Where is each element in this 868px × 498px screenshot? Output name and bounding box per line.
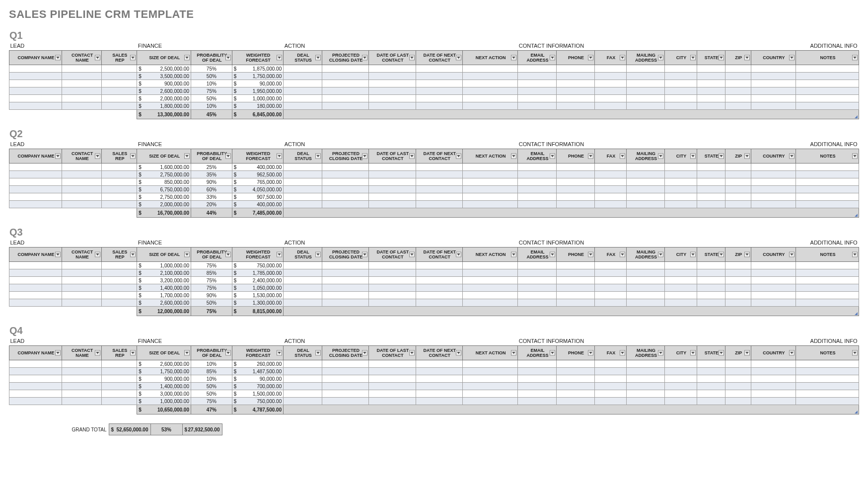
cell-probability[interactable]: 10%: [191, 360, 232, 368]
cell-empty[interactable]: [697, 277, 725, 284]
cell-empty[interactable]: [462, 164, 517, 171]
cell-empty[interactable]: [725, 292, 751, 299]
col-header[interactable]: NEXT ACTION: [462, 51, 517, 65]
cell-empty[interactable]: [751, 171, 796, 178]
col-header[interactable]: DATE OF LAST CONTACT: [369, 248, 416, 262]
col-header[interactable]: WEIGHTED FORECAST: [232, 51, 283, 65]
cell-empty[interactable]: [725, 95, 751, 102]
cell-empty[interactable]: [9, 375, 62, 383]
cell-empty[interactable]: [462, 292, 517, 299]
cell-empty[interactable]: [796, 193, 859, 201]
cell-empty[interactable]: [62, 87, 102, 95]
cell-empty[interactable]: [697, 193, 725, 201]
cell-empty[interactable]: [595, 80, 626, 87]
filter-dropdown-icon[interactable]: [658, 350, 663, 356]
filter-dropdown-icon[interactable]: [362, 252, 367, 257]
col-header[interactable]: COUNTRY: [751, 51, 796, 65]
cell-empty[interactable]: [462, 368, 517, 375]
cell-empty[interactable]: [725, 360, 751, 368]
cell-empty[interactable]: [462, 284, 517, 292]
filter-dropdown-icon[interactable]: [550, 252, 555, 257]
cell-empty[interactable]: [697, 398, 725, 405]
cell-empty[interactable]: [102, 164, 137, 171]
cell-empty[interactable]: [369, 193, 416, 201]
filter-dropdown-icon[interactable]: [588, 154, 593, 159]
filter-dropdown-icon[interactable]: [744, 55, 750, 61]
cell-empty[interactable]: [665, 178, 697, 186]
filter-dropdown-icon[interactable]: [550, 154, 555, 159]
col-header[interactable]: CITY: [665, 149, 697, 164]
cell-empty[interactable]: [697, 95, 725, 102]
filter-dropdown-icon[interactable]: [130, 252, 136, 257]
cell-empty[interactable]: [462, 186, 517, 193]
col-header[interactable]: SALES REP: [102, 51, 137, 65]
cell-empty[interactable]: [9, 65, 62, 73]
cell-empty[interactable]: [595, 262, 626, 269]
cell-empty[interactable]: [556, 186, 595, 193]
cell-empty[interactable]: [556, 171, 595, 178]
cell-empty[interactable]: [697, 262, 725, 269]
filter-dropdown-icon[interactable]: [719, 350, 724, 356]
filter-dropdown-icon[interactable]: [719, 154, 724, 159]
col-header[interactable]: FAX: [595, 346, 626, 360]
cell-empty[interactable]: [518, 375, 557, 383]
cell-empty[interactable]: [369, 277, 416, 284]
cell-empty[interactable]: [518, 80, 557, 87]
cell-empty[interactable]: [416, 277, 462, 284]
cell-weighted-forecast[interactable]: $1,300,000.00: [232, 299, 283, 307]
filter-dropdown-icon[interactable]: [277, 154, 282, 159]
cell-empty[interactable]: [626, 80, 665, 87]
cell-empty[interactable]: [416, 375, 462, 383]
cell-empty[interactable]: [369, 398, 416, 405]
cell-probability[interactable]: 75%: [191, 284, 232, 292]
col-header[interactable]: PROBABILITY OF DEAL: [191, 346, 232, 360]
filter-dropdown-icon[interactable]: [130, 350, 136, 356]
col-header[interactable]: COMPANY NAME: [9, 51, 62, 65]
cell-empty[interactable]: [284, 292, 322, 299]
cell-empty[interactable]: [518, 269, 557, 277]
cell-empty[interactable]: [416, 164, 462, 171]
cell-empty[interactable]: [697, 292, 725, 299]
cell-empty[interactable]: [369, 360, 416, 368]
col-header[interactable]: NOTES: [796, 346, 859, 360]
cell-empty[interactable]: [595, 193, 626, 201]
cell-empty[interactable]: [462, 87, 517, 95]
cell-empty[interactable]: [725, 193, 751, 201]
cell-empty[interactable]: [462, 193, 517, 201]
cell-empty[interactable]: [518, 201, 557, 208]
cell-empty[interactable]: [416, 360, 462, 368]
cell-empty[interactable]: [416, 269, 462, 277]
cell-empty[interactable]: [751, 87, 796, 95]
filter-dropdown-icon[interactable]: [511, 350, 516, 356]
cell-empty[interactable]: [102, 95, 137, 102]
cell-empty[interactable]: [462, 269, 517, 277]
cell-empty[interactable]: [62, 284, 102, 292]
filter-dropdown-icon[interactable]: [95, 55, 100, 61]
cell-empty[interactable]: [796, 65, 859, 73]
cell-empty[interactable]: [725, 368, 751, 375]
cell-empty[interactable]: [626, 368, 665, 375]
cell-empty[interactable]: [725, 383, 751, 390]
col-header[interactable]: EMAIL ADDRESS: [518, 346, 557, 360]
cell-weighted-forecast[interactable]: $1,785,000.00: [232, 269, 283, 277]
cell-empty[interactable]: [595, 390, 626, 398]
cell-empty[interactable]: [369, 299, 416, 307]
col-header[interactable]: PROJECTED CLOSING DATE: [322, 248, 368, 262]
cell-empty[interactable]: [665, 284, 697, 292]
cell-empty[interactable]: [665, 65, 697, 73]
cell-empty[interactable]: [665, 277, 697, 284]
cell-empty[interactable]: [62, 193, 102, 201]
cell-empty[interactable]: [796, 95, 859, 102]
cell-size-of-deal[interactable]: $2,100,000.00: [137, 269, 191, 277]
cell-empty[interactable]: [369, 95, 416, 102]
cell-size-of-deal[interactable]: $3,500,000.00: [137, 73, 191, 80]
cell-empty[interactable]: [322, 262, 368, 269]
cell-empty[interactable]: [62, 398, 102, 405]
cell-empty[interactable]: [751, 102, 796, 110]
cell-empty[interactable]: [9, 87, 62, 95]
cell-empty[interactable]: [369, 171, 416, 178]
cell-empty[interactable]: [416, 87, 462, 95]
cell-empty[interactable]: [697, 80, 725, 87]
cell-empty[interactable]: [102, 375, 137, 383]
cell-empty[interactable]: [796, 201, 859, 208]
